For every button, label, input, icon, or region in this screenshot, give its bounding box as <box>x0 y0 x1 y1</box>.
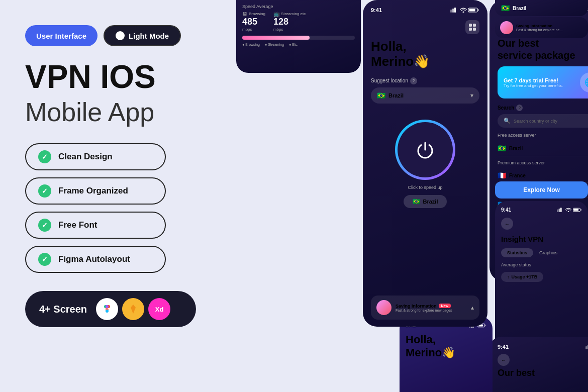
saving-top-sub: Fast & strong for explore ne... <box>516 28 583 32</box>
explore-now-button[interactable]: Explore Now <box>495 181 588 199</box>
trial-sub: Try for free and get your benefits. <box>504 83 563 88</box>
tab-statistics[interactable]: Statistics <box>501 248 533 257</box>
saving-text: Saving information New Fast & strong for… <box>396 304 467 312</box>
check-icon-4: ✓ <box>38 253 51 266</box>
brazil-label: Brazil <box>423 199 438 205</box>
feature-label-2: Frame Organized <box>58 186 128 196</box>
phones-container: Speed Average 🖥 Browsing 485 mbps 📺 Stre… <box>236 0 588 392</box>
feature-label-3: Free Font <box>58 220 97 230</box>
svg-rect-7 <box>469 9 475 12</box>
svg-rect-3 <box>452 9 454 13</box>
saving-title: Saving information <box>396 304 437 309</box>
check-icon-2: ✓ <box>38 184 51 198</box>
browsing-label: Browsing <box>249 12 265 16</box>
suggest-location-label: Suggest location ? <box>371 77 479 84</box>
phone-service-bottom: 9:41 ← Our best <box>489 337 588 392</box>
free-section-label: Free access server <box>498 133 588 138</box>
xd-icon[interactable]: Xd <box>148 298 170 320</box>
usage-label: Usage +1TB <box>512 274 538 279</box>
saving-top-title: Saving information <box>516 24 583 28</box>
svg-rect-22 <box>560 208 562 212</box>
power-button[interactable] <box>395 120 455 180</box>
feature-label-4: Figma Autolayout <box>58 254 130 264</box>
check-icon-3: ✓ <box>38 219 51 232</box>
location-brazil: Brazil <box>388 92 404 99</box>
insight-time: 9:41 <box>501 207 511 213</box>
premium-section-label: Premium access server <box>498 160 588 165</box>
tool-icons: Xd <box>96 298 170 320</box>
feature-item-1: ✓ Clean Design <box>25 143 166 170</box>
insight-back-btn[interactable]: ← <box>501 218 513 230</box>
svg-rect-4 <box>454 8 456 13</box>
brazil-top-right: 🇧🇷 Brazil <box>495 0 588 16</box>
svg-rect-21 <box>559 209 560 212</box>
search-placeholder: Search country or city <box>514 119 557 124</box>
feature-item-3: ✓ Free Font <box>25 212 166 239</box>
sub-title: Mobile App <box>25 97 211 127</box>
tab-graphics[interactable]: Graphics <box>536 248 560 257</box>
screen-row: 4+ Screen Xd <box>25 291 196 327</box>
usage-pill: ↑ Usage +1TB <box>501 272 543 282</box>
streaming-val: 128 <box>273 17 306 27</box>
main-greeting: Holla, Merino👋 <box>371 39 479 69</box>
svg-point-5 <box>463 12 464 13</box>
trial-icon: 🌐 <box>580 72 588 92</box>
brazil-button[interactable]: 🇧🇷 Brazil <box>404 195 447 208</box>
sketch-icon[interactable] <box>122 298 144 320</box>
brazil-top-label: Brazil <box>513 6 526 11</box>
feature-list: ✓ Clean Design ✓ Frame Organized ✓ Free … <box>25 143 211 273</box>
phone-main: 9:41 Holla, Merino👋 Suggest location ? 🇧… <box>363 0 487 327</box>
browsing-val: 485 <box>242 17 265 27</box>
streaming-label: Streaming etc <box>281 12 306 16</box>
user-interface-label: User Interface <box>36 32 86 40</box>
svg-rect-26 <box>581 209 582 211</box>
browsing-unit: mbps <box>242 27 265 32</box>
svg-point-23 <box>568 211 569 212</box>
holla-greeting: Holla,Merino👋 <box>406 333 486 360</box>
feature-item-2: ✓ Frame Organized <box>25 177 166 205</box>
feature-item-4: ✓ Figma Autolayout <box>25 246 166 273</box>
tag-row: User Interface Light Mode <box>25 25 211 46</box>
saving-top-avatar <box>500 21 513 34</box>
svg-rect-2 <box>450 10 452 13</box>
check-icon-1: ✓ <box>38 150 51 163</box>
svg-rect-10 <box>473 24 476 27</box>
phone-speed-partial-top: Speed Average 🖥 Browsing 485 mbps 📺 Stre… <box>236 0 361 73</box>
search-label: Search <box>498 105 514 111</box>
location-selector[interactable]: 🇧🇷 Brazil ▾ <box>371 87 479 104</box>
feature-label-1: Clean Design <box>58 152 113 162</box>
saving-info-bar: Saving information New Fast & strong for… <box>371 296 479 320</box>
light-mode-tag[interactable]: Light Mode <box>104 25 181 46</box>
svg-rect-38 <box>485 325 486 326</box>
svg-rect-12 <box>473 28 476 31</box>
main-title: VPN IOS <box>25 60 211 94</box>
avg-status-label: Average status <box>501 262 582 267</box>
streaming-unit: mbps <box>273 27 306 32</box>
svg-rect-11 <box>469 28 472 31</box>
svg-rect-27 <box>585 346 587 349</box>
new-badge: New <box>439 304 451 308</box>
server-brazil[interactable]: 🇧🇷 Brazil <box>498 141 588 156</box>
service2-title: Our best <box>498 368 588 378</box>
trial-title: Get 7 days trial Free! <box>504 77 563 83</box>
saving-avatar <box>376 300 391 315</box>
svg-rect-20 <box>557 210 558 212</box>
trial-card: Get 7 days trial Free! Try for free and … <box>498 66 588 99</box>
search-help: ? <box>516 105 523 111</box>
user-interface-tag[interactable]: User Interface <box>25 25 97 46</box>
service2-back[interactable]: ← <box>498 354 510 366</box>
svg-rect-9 <box>469 24 472 27</box>
figma-icon[interactable] <box>96 298 118 320</box>
svg-rect-8 <box>478 9 479 11</box>
search-input-box[interactable]: 🔍 Search country or city <box>498 114 588 128</box>
saving-top-right: Saving information Fast & strong for exp… <box>495 17 588 38</box>
speed-avg-label: Speed Average <box>242 4 355 9</box>
saving-sub: Fast & strong for explore new pages <box>396 309 467 312</box>
insight-title: Insight VPN <box>501 235 582 243</box>
brazil-server-label: Brazil <box>509 146 523 151</box>
service-title: Our best service package <box>498 37 588 61</box>
light-mode-label: Light Mode <box>129 32 169 40</box>
server-france[interactable]: 🇫🇷 France <box>498 168 588 183</box>
sun-icon <box>116 31 125 40</box>
screen-count: 4+ Screen <box>39 304 87 315</box>
